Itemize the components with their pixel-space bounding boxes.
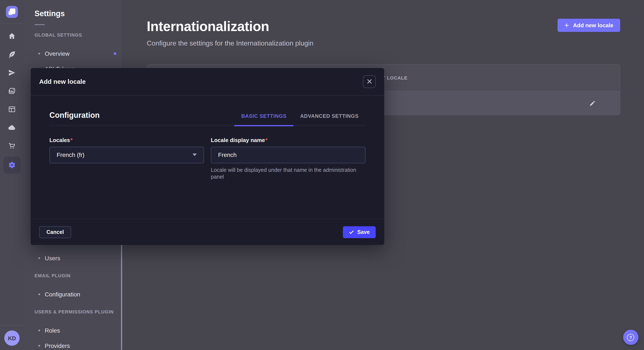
- locales-selected-value: French (fr): [57, 151, 84, 158]
- required-asterisk: *: [265, 137, 268, 143]
- notification-dot: [114, 52, 116, 55]
- sidebar-item-up-providers[interactable]: Providers: [24, 338, 122, 350]
- section-label-users-permissions-plugin: USERS & PERMISSIONS PLUGIN: [24, 309, 122, 314]
- sidebar-item-overview[interactable]: Overview: [24, 46, 122, 61]
- plus-icon: [564, 23, 569, 28]
- locales-label: Locales*: [50, 137, 204, 143]
- sidebar-item-label: Overview: [45, 50, 70, 57]
- modal-header: Add new locale: [31, 68, 384, 95]
- gear-icon[interactable]: [4, 157, 20, 174]
- strapi-logo[interactable]: [6, 6, 18, 18]
- main-content: Internationalization Configure the setti…: [123, 0, 644, 350]
- column-header-default-locale: DEFAULT LOCALE: [363, 75, 620, 80]
- modal-body: Configuration BASIC SETTINGS ADVANCED SE…: [31, 95, 384, 219]
- add-locale-modal: Add new locale Configuration BASIC SETTI…: [31, 68, 384, 245]
- user-avatar[interactable]: KD: [4, 331, 20, 346]
- settings-nav-title: Settings: [24, 0, 122, 18]
- cart-icon[interactable]: [4, 138, 20, 154]
- cancel-button[interactable]: Cancel: [39, 226, 71, 238]
- section-label-email-plugin: EMAIL PLUGIN: [24, 273, 122, 278]
- tab-advanced-settings[interactable]: ADVANCED SETTINGS: [293, 113, 366, 126]
- app-window: KD Settings GLOBAL SETTINGS Overview API…: [0, 0, 644, 350]
- media-library-icon[interactable]: [4, 83, 20, 99]
- help-button[interactable]: ?: [623, 330, 638, 345]
- modal-close-button[interactable]: [363, 75, 376, 88]
- save-label: Save: [357, 229, 370, 235]
- close-icon: [367, 79, 372, 84]
- layout-icon[interactable]: [4, 102, 20, 117]
- sidebar-item-label: Configuration: [45, 291, 80, 298]
- pencil-icon: [589, 100, 596, 107]
- modal-footer: Cancel Save: [31, 219, 384, 245]
- display-name-label: Locale display name*: [211, 137, 366, 143]
- bullet-icon: [38, 330, 40, 331]
- display-name-field: Locale display name* Locale will be disp…: [211, 137, 366, 181]
- tab-basic-settings[interactable]: BASIC SETTINGS: [234, 113, 294, 126]
- cloud-icon[interactable]: [4, 120, 20, 135]
- paper-plane-icon[interactable]: [4, 65, 20, 80]
- home-icon[interactable]: [4, 28, 20, 44]
- logo-container: [0, 0, 24, 24]
- bullet-icon: [38, 293, 40, 295]
- display-name-hint: Locale will be displayed under that name…: [211, 167, 366, 181]
- bullet-icon: [38, 257, 40, 259]
- sidebar-item-label: Users: [45, 255, 60, 262]
- page-title: Internationalization: [147, 19, 314, 34]
- sidebar-item-label: Roles: [45, 327, 60, 334]
- page-subtitle: Configure the settings for the Internati…: [147, 39, 314, 47]
- question-mark-icon: ?: [627, 334, 634, 341]
- sidebar-item-up-roles[interactable]: Roles: [24, 323, 122, 338]
- check-icon: [349, 229, 354, 234]
- save-button[interactable]: Save: [343, 226, 376, 238]
- chevron-down-icon: [192, 154, 197, 156]
- required-asterisk: *: [70, 137, 72, 143]
- edit-locale-button[interactable]: [586, 97, 598, 109]
- title-divider: [34, 24, 45, 25]
- sidebar-item-admin-users[interactable]: Users: [24, 250, 122, 266]
- locales-field: Locales* French (fr): [50, 137, 204, 181]
- bullet-icon: [38, 345, 40, 347]
- locales-select[interactable]: French (fr): [50, 147, 204, 163]
- configuration-title: Configuration: [50, 111, 100, 125]
- modal-tabs: BASIC SETTINGS ADVANCED SETTINGS: [234, 113, 366, 125]
- display-name-input[interactable]: [211, 147, 366, 163]
- bullet-icon: [38, 53, 40, 54]
- section-label-global-settings: GLOBAL SETTINGS: [24, 32, 122, 37]
- sidebar-item-label: Providers: [45, 342, 70, 349]
- add-new-locale-label: Add new locale: [573, 22, 613, 28]
- feather-icon[interactable]: [4, 47, 20, 62]
- modal-title: Add new locale: [39, 78, 86, 85]
- icon-sidebar: KD: [0, 0, 24, 350]
- sidebar-item-email-configuration[interactable]: Configuration: [24, 287, 122, 302]
- add-new-locale-button[interactable]: Add new locale: [558, 19, 620, 32]
